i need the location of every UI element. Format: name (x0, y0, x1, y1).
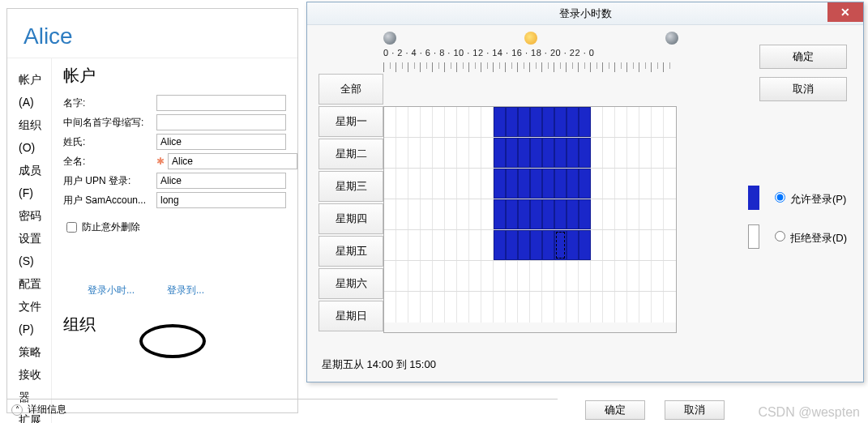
hour-cell[interactable] (494, 107, 506, 137)
hour-cell[interactable] (615, 292, 627, 323)
hour-cell[interactable] (579, 261, 591, 291)
cancel-button[interactable]: 取消 (759, 77, 847, 101)
day-wed[interactable]: 星期三 (319, 171, 383, 202)
hour-cell[interactable] (384, 230, 396, 260)
hour-cell[interactable] (433, 169, 445, 199)
hour-cell[interactable] (639, 199, 652, 229)
hour-cell[interactable] (421, 292, 433, 323)
hour-cell[interactable] (396, 138, 408, 168)
hour-cell[interactable] (554, 107, 567, 137)
logon-hours-link[interactable]: 登录小时... (88, 284, 135, 297)
hour-cell[interactable] (567, 169, 579, 199)
hour-cell[interactable] (469, 261, 481, 291)
day-sun[interactable]: 星期日 (319, 301, 383, 331)
hour-cell[interactable] (384, 138, 396, 168)
hour-cell[interactable] (567, 261, 579, 291)
hour-cell[interactable] (591, 230, 603, 260)
hour-cell[interactable] (615, 107, 627, 137)
deny-radio-label[interactable]: 拒绝登录(D) (771, 229, 847, 246)
hour-cell[interactable] (664, 169, 676, 199)
hour-cell[interactable] (591, 199, 603, 229)
hour-cell[interactable] (664, 107, 676, 137)
hour-cell[interactable] (396, 169, 408, 199)
hour-cell[interactable] (627, 292, 639, 323)
hour-cell[interactable] (506, 230, 518, 260)
hour-cell[interactable] (652, 169, 664, 199)
hour-cell[interactable] (433, 261, 445, 291)
hour-cell[interactable] (421, 138, 433, 168)
first-name-input[interactable] (156, 95, 286, 111)
hour-cell[interactable] (396, 261, 408, 291)
hour-cell[interactable] (457, 292, 469, 323)
hour-cell[interactable] (408, 230, 421, 260)
hour-cell[interactable] (457, 199, 469, 229)
hour-cell[interactable] (603, 107, 615, 137)
hour-cell[interactable] (408, 169, 421, 199)
day-thu[interactable]: 星期四 (319, 203, 383, 234)
hour-cell[interactable] (554, 138, 567, 168)
day-fri[interactable]: 星期五 (319, 236, 383, 267)
all-button[interactable]: 全部 (319, 74, 383, 105)
hour-cell[interactable] (421, 199, 433, 229)
hour-cell[interactable] (639, 261, 652, 291)
hour-cell[interactable] (615, 169, 627, 199)
hour-cell[interactable] (445, 261, 457, 291)
hour-cell[interactable] (530, 138, 542, 168)
hour-cell[interactable] (542, 230, 554, 260)
hour-cell[interactable] (518, 169, 530, 199)
hour-cell[interactable] (579, 107, 591, 137)
hour-cell[interactable] (579, 199, 591, 229)
hour-cell[interactable] (530, 169, 542, 199)
hour-cell[interactable] (542, 261, 554, 291)
last-name-input[interactable] (156, 134, 286, 150)
hour-cell[interactable] (579, 169, 591, 199)
hour-cell[interactable] (506, 138, 518, 168)
hour-cell[interactable] (579, 230, 591, 260)
expand-icon[interactable]: ˄ (11, 404, 23, 416)
hour-cell[interactable] (384, 261, 396, 291)
hour-cell[interactable] (542, 169, 554, 199)
hour-cell[interactable] (494, 292, 506, 323)
hour-cell[interactable] (494, 230, 506, 260)
hour-cell[interactable] (615, 230, 627, 260)
nav-item-member[interactable]: 成员(F) (19, 159, 51, 204)
hour-cell[interactable] (579, 292, 591, 323)
ok-button[interactable]: 确定 (759, 45, 847, 69)
hour-cell[interactable] (518, 292, 530, 323)
hour-cell[interactable] (603, 138, 615, 168)
sam-input[interactable] (156, 192, 286, 208)
hour-cell[interactable] (627, 230, 639, 260)
hour-cell[interactable] (615, 199, 627, 229)
hour-cell[interactable] (542, 138, 554, 168)
hour-cell[interactable] (603, 292, 615, 323)
hour-cell[interactable] (384, 199, 396, 229)
hour-cell[interactable] (457, 261, 469, 291)
hour-cell[interactable] (445, 138, 457, 168)
hour-cell[interactable] (627, 261, 639, 291)
hour-cell[interactable] (506, 199, 518, 229)
hour-cell[interactable] (445, 199, 457, 229)
hour-cell[interactable] (518, 199, 530, 229)
hour-cell[interactable] (627, 169, 639, 199)
hour-cell[interactable] (518, 261, 530, 291)
hour-cell[interactable] (481, 292, 494, 323)
nav-item-password[interactable]: 密码设置(S) (19, 204, 51, 272)
hour-cell[interactable] (457, 138, 469, 168)
day-sat[interactable]: 星期六 (319, 268, 383, 299)
hour-cell[interactable] (652, 292, 664, 323)
protect-checkbox[interactable] (66, 222, 77, 233)
hour-cell[interactable] (506, 261, 518, 291)
hour-cell[interactable] (518, 230, 530, 260)
hour-cell[interactable] (652, 230, 664, 260)
hour-cell[interactable] (591, 138, 603, 168)
hour-cell[interactable] (591, 169, 603, 199)
hour-cell[interactable] (421, 230, 433, 260)
hour-cell[interactable] (384, 169, 396, 199)
hour-cell[interactable] (567, 138, 579, 168)
hour-cell[interactable] (457, 107, 469, 137)
nav-item-profile[interactable]: 配置文件(P) (19, 272, 51, 340)
hour-cell[interactable] (603, 199, 615, 229)
hour-cell[interactable] (445, 169, 457, 199)
hour-cell[interactable] (579, 138, 591, 168)
hour-cell[interactable] (421, 261, 433, 291)
